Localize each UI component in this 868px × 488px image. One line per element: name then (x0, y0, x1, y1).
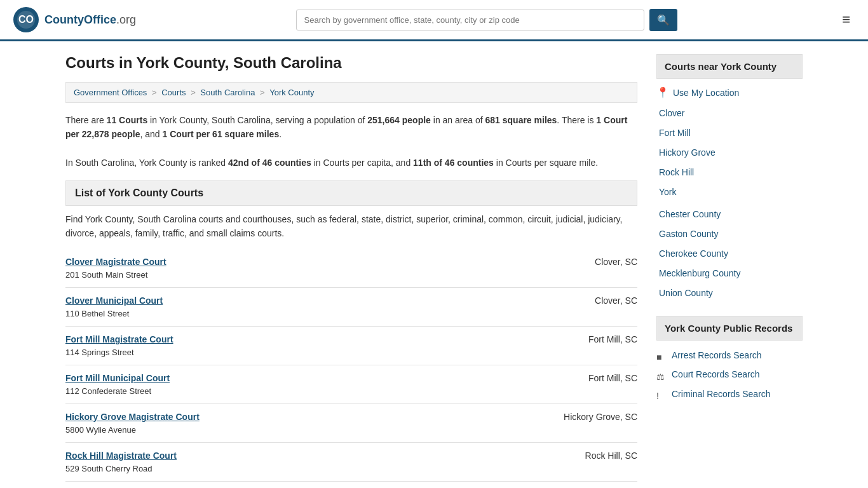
svg-text:CO: CO (18, 14, 34, 25)
court-info: Fort Mill Municipal Court 112 Confederat… (65, 373, 170, 396)
sidebar-city-link[interactable]: Hickory Grove (656, 143, 803, 163)
criminal-icon: ! (656, 389, 667, 399)
logo-text: CountyOffice.org (44, 13, 136, 27)
hamburger-icon: ≡ (842, 11, 850, 27)
record-label: Criminal Records Search (672, 387, 771, 401)
public-record-link[interactable]: !Criminal Records Search (656, 384, 803, 403)
breadcrumb-separator-1: > (152, 88, 159, 97)
court-list: Clover Magistrate Court 201 South Main S… (65, 249, 637, 482)
court-city: Clover, SC (561, 257, 637, 267)
stats-population: 251,664 people (367, 115, 431, 125)
table-row: Fort Mill Municipal Court 112 Confederat… (65, 365, 637, 404)
court-city: Fort Mill, SC (561, 373, 637, 383)
court-name[interactable]: Clover Magistrate Court (65, 257, 166, 267)
table-row: Clover Magistrate Court 201 South Main S… (65, 249, 637, 288)
sidebar-county-link[interactable]: Union County (656, 283, 803, 303)
court-info: Fort Mill Magistrate Court 114 Springs S… (65, 334, 173, 357)
nearby-cities: CloverFort MillHickory GroveRock HillYor… (656, 104, 803, 202)
table-row: Hickory Grove Magistrate Court 5800 Wyli… (65, 404, 637, 443)
breadcrumb-york-county[interactable]: York County (269, 88, 314, 97)
public-record-link[interactable]: ■Arrest Records Search (656, 346, 803, 365)
breadcrumb-courts[interactable]: Courts (161, 88, 186, 97)
search-button[interactable]: 🔍 (649, 9, 677, 31)
court-address: 201 South Main Street (65, 270, 147, 280)
table-row: Fort Mill Magistrate Court 114 Springs S… (65, 327, 637, 365)
stats-count: 11 Courts (107, 115, 148, 125)
breadcrumb-south-carolina[interactable]: South Carolina (200, 88, 255, 97)
stats-rank-area: 11th of 46 counties (413, 158, 494, 168)
use-location-label: Use My Location (673, 88, 739, 98)
stats-area: 681 square miles (485, 115, 557, 125)
sidebar-city-link[interactable]: Rock Hill (656, 163, 803, 182)
sidebar-county-link[interactable]: Cherokee County (656, 244, 803, 264)
sidebar-county-link[interactable]: Mecklenburg County (656, 264, 803, 283)
breadcrumb: Government Offices > Courts > South Caro… (65, 82, 637, 103)
court-name[interactable]: Clover Municipal Court (65, 295, 163, 306)
record-label: Arrest Records Search (672, 348, 762, 362)
table-row: Clover Municipal Court 110 Bethel Street… (65, 288, 637, 327)
court-address: 529 South Cherry Road (65, 464, 153, 473)
court-name[interactable]: Fort Mill Magistrate Court (65, 334, 173, 344)
court-address: 112 Confederate Street (65, 386, 151, 396)
court-info: Hickory Grove Magistrate Court 5800 Wyli… (65, 412, 200, 435)
sidebar-public-records-title: York County Public Records (656, 316, 803, 341)
page-title: Courts in York County, South Carolina (65, 54, 637, 72)
search-icon: 🔍 (657, 15, 670, 25)
stats-text: There are 11 Courts in York County, Sout… (65, 113, 637, 170)
court-name[interactable]: Fort Mill Municipal Court (65, 373, 170, 383)
court-name[interactable]: Hickory Grove Magistrate Court (65, 412, 200, 422)
arrest-icon: ■ (656, 350, 667, 360)
nearby-counties: Chester CountyGaston CountyCherokee Coun… (656, 205, 803, 303)
location-pin-icon: 📍 (656, 86, 669, 98)
record-label: Court Records Search (672, 367, 760, 381)
court-info: Clover Magistrate Court 201 South Main S… (65, 257, 166, 280)
stats-rank-capita: 42nd of 46 counties (228, 158, 311, 168)
court-address: 110 Bethel Street (65, 309, 129, 318)
breadcrumb-government-offices[interactable]: Government Offices (74, 88, 147, 97)
sidebar-county-link[interactable]: Gaston County (656, 224, 803, 244)
court-info: Rock Hill Magistrate Court 529 South Che… (65, 451, 177, 473)
logo-icon: CO (13, 6, 39, 33)
stats-per-area: 1 Court per 61 square miles (163, 129, 280, 139)
court-city: Hickory Grove, SC (561, 412, 637, 422)
court-city: Rock Hill, SC (561, 451, 637, 461)
public-records-links: ■Arrest Records Search⚖Court Records Sea… (656, 346, 803, 403)
sidebar-city-link[interactable]: Clover (656, 104, 803, 123)
sidebar-courts-near-section: Courts near York County 📍 Use My Locatio… (656, 54, 803, 303)
menu-button[interactable]: ≡ (837, 9, 855, 30)
table-row: Rock Hill Magistrate Court 529 South Che… (65, 443, 637, 482)
court-icon: ⚖ (656, 370, 667, 380)
court-name[interactable]: Rock Hill Magistrate Court (65, 451, 177, 461)
public-record-link[interactable]: ⚖Court Records Search (656, 365, 803, 384)
breadcrumb-separator-3: > (260, 88, 267, 97)
use-location-link[interactable]: 📍 Use My Location (656, 84, 803, 104)
sidebar-public-records-section: York County Public Records ■Arrest Recor… (656, 316, 803, 403)
description-text: Find York County, South Carolina courts … (65, 212, 637, 241)
court-city: Fort Mill, SC (561, 334, 637, 344)
court-city: Clover, SC (561, 295, 637, 306)
court-address: 5800 Wylie Avenue (65, 425, 136, 435)
sidebar-courts-title: Courts near York County (656, 54, 803, 79)
court-address: 114 Springs Street (65, 348, 134, 357)
sidebar-city-link[interactable]: Fort Mill (656, 123, 803, 143)
breadcrumb-separator-2: > (191, 88, 198, 97)
search-input[interactable] (296, 10, 644, 30)
list-heading: List of York County Courts (65, 180, 637, 206)
search-area: 🔍 (296, 9, 677, 31)
logo-area[interactable]: CO CountyOffice.org (13, 6, 136, 33)
sidebar-city-link[interactable]: York (656, 182, 803, 202)
sidebar-county-link[interactable]: Chester County (656, 205, 803, 224)
court-info: Clover Municipal Court 110 Bethel Street (65, 295, 163, 318)
